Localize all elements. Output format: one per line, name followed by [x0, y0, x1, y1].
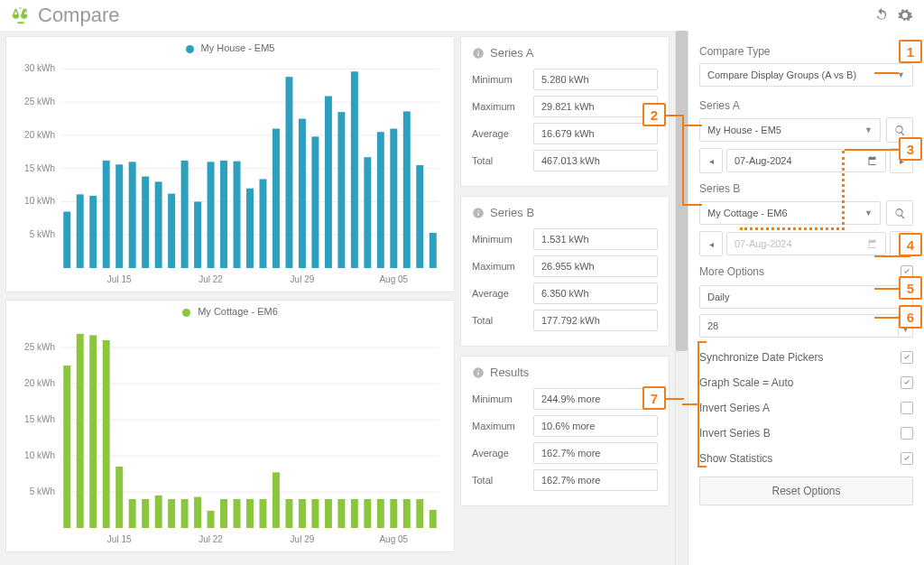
svg-rect-58	[103, 340, 110, 528]
svg-rect-39	[416, 165, 423, 268]
svg-rect-16	[116, 164, 123, 268]
svg-rect-19	[155, 181, 162, 268]
chart-series-a: My House - EM5 5 kWh10 kWh15 kWh20 kWh25…	[5, 36, 455, 292]
callout-2: 2	[642, 103, 666, 126]
svg-rect-24	[220, 161, 227, 268]
svg-rect-15	[103, 161, 110, 268]
compare-type-select[interactable]: Compare Display Groups (A vs B)▼	[699, 63, 913, 87]
svg-rect-68	[234, 499, 241, 528]
series-b-date-picker[interactable]: 07-Aug-2024	[726, 232, 886, 255]
series-a-date-prev[interactable]: ◂	[699, 148, 723, 173]
invert-a-checkbox[interactable]	[901, 402, 913, 414]
results-max: 10.6% more	[533, 415, 658, 437]
svg-text:10 kWh: 10 kWh	[24, 450, 55, 460]
svg-text:20 kWh: 20 kWh	[24, 378, 55, 388]
stats-results: Results Minimum244.9% more Maximum10.6% …	[460, 356, 670, 506]
svg-rect-23	[208, 162, 215, 268]
series-b-select[interactable]: My Cottage - EM6▼	[699, 201, 881, 225]
stats-series-b: Series B Minimum1.531 kWh Maximum26.955 …	[460, 196, 670, 347]
options-sidebar: Compare Type Compare Display Groups (A v…	[688, 31, 924, 565]
chart-a-legend: My House - EM5	[14, 42, 447, 53]
svg-rect-71	[273, 472, 280, 528]
svg-rect-80	[390, 499, 397, 528]
series-b-avg: 6.350 kWh	[533, 282, 658, 304]
page-title: Compare	[38, 4, 873, 27]
svg-rect-28	[273, 129, 280, 268]
graph-scale-label: Graph Scale = Auto	[699, 376, 793, 389]
svg-rect-20	[168, 194, 175, 268]
svg-rect-55	[63, 366, 70, 528]
svg-rect-40	[430, 233, 437, 268]
svg-rect-65	[194, 497, 201, 528]
svg-rect-34	[351, 71, 358, 268]
series-a-select[interactable]: My House - EM5▼	[699, 118, 881, 142]
series-a-date-picker[interactable]: 07-Aug-2024	[726, 149, 886, 172]
search-icon	[894, 208, 906, 219]
series-b-search-button[interactable]	[886, 200, 913, 226]
svg-rect-73	[299, 499, 306, 528]
callout-3: 3	[899, 137, 922, 161]
svg-rect-81	[403, 499, 411, 528]
svg-rect-64	[181, 499, 189, 528]
series-a-heading: Series A	[699, 99, 913, 112]
svg-rect-75	[325, 499, 332, 528]
svg-rect-78	[364, 499, 371, 528]
calendar-icon	[867, 238, 878, 249]
calendar-icon	[867, 155, 878, 166]
sync-date-pickers-checkbox[interactable]	[901, 351, 913, 364]
count-input[interactable]: 28	[699, 314, 899, 338]
svg-text:5 kWh: 5 kWh	[30, 229, 55, 239]
svg-rect-22	[194, 201, 201, 268]
svg-text:Jul 29: Jul 29	[291, 534, 315, 544]
callout-5: 5	[899, 276, 922, 300]
svg-rect-69	[246, 499, 254, 528]
scales-icon	[11, 5, 31, 25]
svg-rect-70	[260, 499, 267, 528]
svg-rect-33	[337, 112, 345, 268]
results-avg: 162.7% more	[533, 442, 658, 464]
series-b-date-prev[interactable]: ◂	[699, 231, 723, 256]
scrollbar[interactable]	[675, 31, 688, 565]
search-icon	[894, 125, 906, 136]
refresh-icon[interactable]	[873, 7, 890, 23]
svg-text:Jul 22: Jul 22	[199, 274, 223, 284]
callout-1: 1	[899, 40, 922, 63]
series-a-min: 5.280 kWh	[533, 69, 658, 90]
svg-rect-61	[142, 499, 149, 528]
svg-rect-13	[77, 194, 84, 268]
invert-b-checkbox[interactable]	[901, 427, 913, 440]
series-a-max: 29.821 kWh	[533, 96, 658, 117]
svg-rect-74	[311, 499, 319, 528]
gear-icon[interactable]	[897, 7, 913, 23]
graph-scale-checkbox[interactable]	[901, 376, 913, 389]
chart-series-b: My Cottage - EM6 5 kWh10 kWh15 kWh20 kWh…	[5, 300, 455, 552]
charts-column: My House - EM5 5 kWh10 kWh15 kWh20 kWh25…	[0, 31, 460, 565]
svg-rect-72	[285, 499, 292, 528]
info-icon	[472, 366, 485, 379]
svg-text:Aug 05: Aug 05	[379, 274, 408, 284]
show-stats-checkbox[interactable]	[901, 452, 913, 465]
svg-rect-57	[89, 335, 97, 528]
series-b-min: 1.531 kWh	[533, 228, 658, 250]
svg-rect-18	[142, 177, 149, 268]
svg-rect-63	[168, 499, 175, 528]
svg-rect-14	[89, 196, 97, 268]
results-total: 162.7% more	[533, 469, 658, 491]
svg-rect-66	[208, 511, 215, 528]
svg-rect-36	[377, 132, 384, 268]
series-b-heading: Series B	[699, 182, 913, 195]
reset-options-button[interactable]: Reset Options	[699, 477, 913, 505]
svg-text:Jul 22: Jul 22	[199, 534, 223, 544]
svg-text:Jul 15: Jul 15	[107, 534, 132, 544]
svg-rect-31	[311, 136, 319, 268]
svg-text:5 kWh: 5 kWh	[30, 486, 55, 496]
page-header: Compare	[0, 0, 924, 31]
svg-rect-27	[260, 179, 267, 268]
svg-text:Jul 29: Jul 29	[291, 274, 315, 284]
svg-rect-37	[390, 129, 397, 268]
more-options-label: More Options	[699, 265, 764, 278]
svg-text:15 kWh: 15 kWh	[24, 163, 55, 173]
svg-rect-21	[181, 161, 189, 268]
series-b-total: 177.792 kWh	[533, 310, 658, 331]
svg-rect-32	[325, 97, 332, 268]
